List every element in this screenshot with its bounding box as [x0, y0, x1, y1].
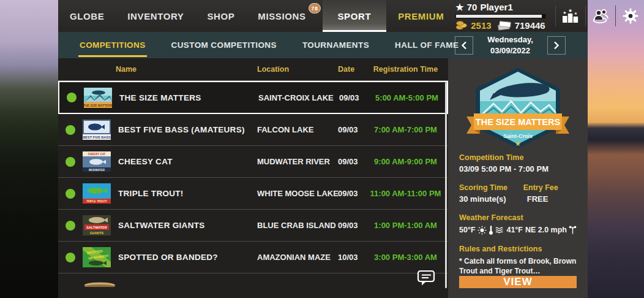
competition-time-value: 03/09 5:00 PM - 7:00 PM [459, 164, 577, 174]
nav-inventory[interactable]: INVENTORY [116, 0, 195, 32]
main-nav: GLOBE INVENTORY SHOP MISSIONS 78 SPORT P… [58, 0, 455, 32]
tab-competitions[interactable]: COMPETITIONS [67, 32, 159, 58]
xp-progress-bar [455, 14, 545, 18]
nav-premium[interactable]: PREMIUM [386, 0, 455, 32]
competition-logo-triple-trout: TRIPLE TROUT! [83, 183, 111, 204]
current-date: Wednesday, 03/09/2022 [476, 34, 545, 56]
svg-text:★: ★ [563, 10, 567, 15]
competition-badge: THE SIZE MATTERS Saint-Croix ★ [459, 66, 577, 150]
competition-row[interactable]: BEST FIVE BASS BEST FIVE BASS (AMATEURS)… [58, 114, 448, 146]
competition-date: 09/03 [332, 221, 361, 230]
competition-name: SALTWATER GIANTS [114, 221, 252, 230]
view-button[interactable]: VIEW [459, 276, 577, 288]
competition-location: WHITE MOOSE LAKE [252, 189, 332, 198]
competition-date: 10/03 [332, 253, 361, 262]
competition-name: THE SIZE MATTERS [116, 93, 253, 102]
competition-name: SPOTTED OR BANDED? [114, 253, 252, 262]
competition-location: BLUE CRAB ISLAND [252, 221, 332, 230]
registration-time: 1:00 PM-1:00 AM [361, 221, 448, 230]
chevron-right-icon [553, 41, 560, 50]
header-registration-time: Registration Time [361, 65, 448, 74]
competition-row[interactable]: SALTWATER GIANTS SALTWATER GIANTS BLUE C… [58, 210, 448, 242]
game-ui: GLOBE INVENTORY SHOP MISSIONS 78 SPORT P… [58, 0, 588, 298]
entry-fee-label: Entry Fee [523, 183, 577, 192]
nav-missions[interactable]: MISSIONS 78 [246, 0, 322, 32]
background-scenery-left [0, 0, 58, 298]
competition-details-panel: THE SIZE MATTERS Saint-Croix ★ Competiti… [448, 58, 588, 298]
thermometer-icon [489, 225, 493, 235]
tab-tournaments[interactable]: TOURNAMENTS [290, 32, 382, 58]
nav-shop[interactable]: SHOP [195, 0, 246, 32]
nav-globe[interactable]: GLOBE [58, 0, 116, 32]
competition-row[interactable]: SPOTTED OR BANDED? SPOTTED OR BANDED? AM… [58, 242, 448, 273]
header-location: Location [252, 65, 332, 74]
competition-logo-partial [84, 278, 116, 287]
divider [585, 6, 586, 26]
settings-button[interactable] [621, 6, 640, 26]
friends-icon [591, 8, 610, 24]
svg-text:MUDWATER: MUDWATER [89, 169, 105, 172]
next-day-button[interactable] [547, 36, 566, 55]
scoring-time-label: Scoring Time [459, 183, 523, 192]
weather-row: 50°F [459, 225, 577, 235]
xp-progress-fill [456, 15, 542, 18]
rules-label: Rules and Restrictions [459, 245, 577, 253]
coins-amount: 2513 [471, 20, 491, 31]
tab-hall-of-fame[interactable]: HALL OF FAME [382, 32, 471, 58]
header-date: Date [332, 65, 361, 74]
water-temperature: 41°F [506, 226, 523, 234]
nav-missions-label: MISSIONS [258, 11, 305, 21]
competition-row-partial[interactable] [58, 273, 448, 298]
friends-button[interactable] [591, 6, 610, 26]
competition-time-label: Competition Time [459, 153, 577, 162]
competition-row[interactable]: TRIPLE TROUT! TRIPLE TROUT! WHITE MOOSE … [58, 178, 448, 210]
leaderboard-button[interactable]: ★ ★ ★ [561, 6, 580, 26]
open-status-dot [66, 189, 75, 199]
competition-date: 09/03 [332, 189, 361, 198]
competition-logo-size-matters: THE SIZE MATTERS [84, 88, 112, 108]
competition-name: CHEESY CAT [114, 157, 252, 166]
competition-name: TRIPLE TROUT! [114, 189, 252, 198]
svg-text:GIANTS: GIANTS [90, 231, 104, 235]
current-date-value: 03/09/2022 [476, 45, 545, 56]
competition-location: AMAZONIAN MAZE [252, 253, 332, 262]
competitions-table: Name Location Date Registration Time THE… [58, 58, 448, 298]
chat-bubble-icon [416, 269, 436, 287]
tab-custom-competitions[interactable]: CUSTOM COMPETITIONS [159, 32, 290, 58]
gear-icon [623, 8, 638, 24]
header-name: Name [114, 65, 252, 74]
competition-location: FALCON LAKE [252, 125, 332, 134]
competition-row-selected[interactable]: THE SIZE MATTERS THE SIZE MATTERS SAINT-… [58, 81, 448, 114]
background-scenery-right [588, 0, 644, 298]
competition-badge-icon: THE SIZE MATTERS Saint-Croix ★ [459, 66, 577, 150]
competition-date: 09/03 [333, 93, 362, 102]
competition-row[interactable]: CHEESY CAT MUDWATER CHEESY CAT MUDWATER … [58, 146, 448, 178]
cash-amount: 719446 [515, 20, 545, 31]
open-status-dot [66, 221, 75, 231]
divider [555, 6, 556, 26]
table-scrollbar[interactable] [445, 82, 447, 288]
nav-sport[interactable]: SPORT [323, 0, 387, 32]
open-status-dot [67, 93, 77, 102]
sport-tabs: COMPETITIONS CUSTOM COMPETITIONS TOURNAM… [58, 32, 450, 58]
player-panel: ★ 70 Player1 2513 [455, 0, 545, 32]
table-header-row: Name Location Date Registration Time [58, 58, 448, 81]
sun-icon [477, 226, 487, 235]
competition-date: 09/03 [332, 157, 361, 166]
missions-count-badge: 78 [309, 3, 320, 13]
svg-text:★: ★ [574, 12, 577, 15]
divider [615, 6, 616, 26]
level-star-icon: ★ [455, 2, 463, 12]
top-nav-bar: GLOBE INVENTORY SHOP MISSIONS 78 SPORT P… [58, 0, 588, 32]
cash-icon [497, 20, 512, 31]
svg-text:★: ★ [568, 8, 572, 13]
player-name: Player1 [480, 2, 512, 12]
badge-star-icon: ★ [515, 140, 521, 147]
chat-button[interactable] [416, 269, 436, 287]
podium-icon: ★ ★ ★ [562, 8, 578, 24]
rules-text: * Catch all forms of Brook, Brown Trout … [459, 257, 577, 276]
badge-title: THE SIZE MATTERS [476, 117, 561, 127]
competition-date: 09/03 [332, 125, 361, 134]
svg-text:TRIPLE TROUT!: TRIPLE TROUT! [86, 200, 108, 203]
badge-subtitle: Saint-Croix [503, 133, 533, 139]
